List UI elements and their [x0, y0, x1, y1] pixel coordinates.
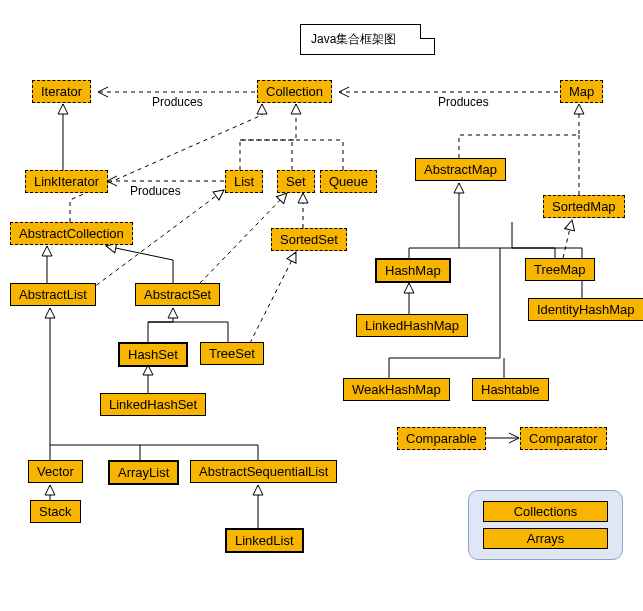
edge-label-produces-2: Produces [438, 95, 489, 109]
text: Arrays [527, 531, 565, 546]
text: AbstractList [19, 287, 87, 302]
node-sortedset: SortedSet [271, 228, 347, 251]
node-abstractcollection: AbstractCollection [10, 222, 133, 245]
diagram-canvas: Java集合框架图 [0, 0, 643, 611]
node-comparator: Comparator [520, 427, 607, 450]
text: Vector [37, 464, 74, 479]
text: AbstractMap [424, 162, 497, 177]
node-iterator: Iterator [32, 80, 91, 103]
node-abstractmap: AbstractMap [415, 158, 506, 181]
text: Comparable [406, 431, 477, 446]
text: AbstractCollection [19, 226, 124, 241]
note-corner-icon [420, 24, 435, 39]
node-set: Set [277, 170, 315, 193]
node-treeset: TreeSet [200, 342, 264, 365]
node-abstractlist: AbstractList [10, 283, 96, 306]
node-arraylist: ArrayList [108, 460, 179, 485]
text: SortedSet [280, 232, 338, 247]
edge-label-produces-1: Produces [152, 95, 203, 109]
legend-collections: Collections [483, 501, 608, 522]
node-hashmap: HashMap [375, 258, 451, 283]
svg-line-25 [563, 220, 572, 258]
node-weakhashmap: WeakHashMap [343, 378, 450, 401]
legend-arrays: Arrays [483, 528, 608, 549]
text: Comparator [529, 431, 598, 446]
text: HashMap [385, 263, 441, 278]
node-hashtable: Hashtable [472, 378, 549, 401]
text: Set [286, 174, 306, 189]
diagram-title-note: Java集合框架图 [300, 24, 435, 55]
text: TreeMap [534, 262, 586, 277]
text: TreeSet [209, 346, 255, 361]
edge-label-produces-3: Produces [130, 184, 181, 198]
node-vector: Vector [28, 460, 83, 483]
text: LinkedHashSet [109, 397, 197, 412]
text: Collections [514, 504, 578, 519]
text: Iterator [41, 84, 82, 99]
node-sortedmap: SortedMap [543, 195, 625, 218]
text: HashSet [128, 347, 178, 362]
text: LinkedHashMap [365, 318, 459, 333]
text: Map [569, 84, 594, 99]
node-linkedlist: LinkedList [225, 528, 304, 553]
text: List [234, 174, 254, 189]
legend-box: Collections Arrays [468, 490, 623, 560]
node-list: List [225, 170, 263, 193]
diagram-title: Java集合框架图 [311, 32, 396, 46]
svg-line-14 [250, 252, 296, 343]
node-linkiterator: LinkIterator [25, 170, 108, 193]
text: ArrayList [118, 465, 169, 480]
text: AbstractSet [144, 287, 211, 302]
node-hashset: HashSet [118, 342, 188, 367]
node-linkedhashmap: LinkedHashMap [356, 314, 468, 337]
node-abstractset: AbstractSet [135, 283, 220, 306]
text: Queue [329, 174, 368, 189]
text: IdentityHashMap [537, 302, 635, 317]
text: Collection [266, 84, 323, 99]
text: Stack [39, 504, 72, 519]
node-queue: Queue [320, 170, 377, 193]
node-linkedhashset: LinkedHashSet [100, 393, 206, 416]
node-comparable: Comparable [397, 427, 486, 450]
text: Hashtable [481, 382, 540, 397]
text: LinkedList [235, 533, 294, 548]
text: SortedMap [552, 199, 616, 214]
node-identityhashmap: IdentityHashMap [528, 298, 643, 321]
node-abstractsequentiallist: AbstractSequentialList [190, 460, 337, 483]
text: AbstractSequentialList [199, 464, 328, 479]
node-treemap: TreeMap [525, 258, 595, 281]
node-map: Map [560, 80, 603, 103]
node-stack: Stack [30, 500, 81, 523]
text: WeakHashMap [352, 382, 441, 397]
node-collection: Collection [257, 80, 332, 103]
text: LinkIterator [34, 174, 99, 189]
